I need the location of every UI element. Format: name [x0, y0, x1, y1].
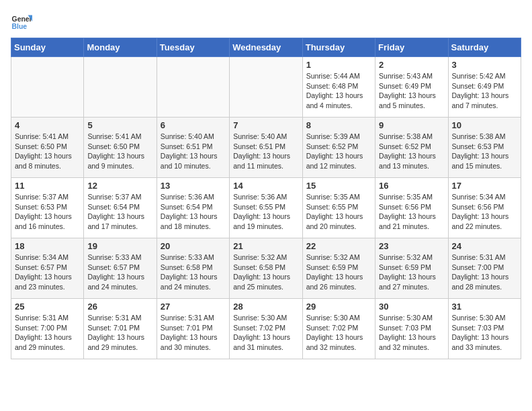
calendar-cell: 4Sunrise: 5:41 AM Sunset: 6:50 PM Daylig… — [11, 118, 84, 178]
day-number: 13 — [161, 181, 226, 191]
day-info: Sunrise: 5:30 AM Sunset: 7:02 PM Dayligh… — [306, 313, 371, 353]
day-number: 19 — [87, 241, 152, 251]
svg-text:Blue: Blue — [12, 23, 28, 30]
day-number: 7 — [233, 120, 298, 130]
calendar-week-row: 25Sunrise: 5:31 AM Sunset: 7:00 PM Dayli… — [11, 299, 521, 359]
calendar-cell: 19Sunrise: 5:33 AM Sunset: 6:57 PM Dayli… — [84, 238, 157, 299]
column-header-monday: Monday — [84, 38, 157, 57]
day-number: 12 — [87, 181, 152, 191]
column-header-saturday: Saturday — [448, 38, 521, 57]
day-info: Sunrise: 5:36 AM Sunset: 6:55 PM Dayligh… — [233, 192, 298, 232]
day-number: 22 — [306, 241, 371, 251]
day-info: Sunrise: 5:34 AM Sunset: 6:57 PM Dayligh… — [15, 253, 80, 292]
day-info: Sunrise: 5:32 AM Sunset: 6:59 PM Dayligh… — [306, 253, 371, 292]
day-number: 17 — [452, 181, 517, 191]
logo: General Blue — [11, 11, 32, 32]
calendar-cell: 9Sunrise: 5:38 AM Sunset: 6:52 PM Daylig… — [375, 118, 448, 178]
calendar-cell — [11, 57, 84, 118]
day-number: 10 — [452, 120, 517, 130]
day-info: Sunrise: 5:40 AM Sunset: 6:51 PM Dayligh… — [161, 132, 226, 171]
day-number: 8 — [306, 120, 371, 130]
day-info: Sunrise: 5:42 AM Sunset: 6:49 PM Dayligh… — [452, 71, 517, 111]
calendar-week-row: 11Sunrise: 5:37 AM Sunset: 6:53 PM Dayli… — [11, 178, 521, 238]
calendar-cell: 31Sunrise: 5:30 AM Sunset: 7:03 PM Dayli… — [448, 299, 521, 359]
day-info: Sunrise: 5:31 AM Sunset: 7:01 PM Dayligh… — [161, 313, 226, 353]
calendar-cell: 27Sunrise: 5:31 AM Sunset: 7:01 PM Dayli… — [157, 299, 229, 359]
day-number: 11 — [15, 181, 80, 191]
calendar-cell: 22Sunrise: 5:32 AM Sunset: 6:59 PM Dayli… — [302, 238, 375, 299]
column-header-thursday: Thursday — [302, 38, 375, 57]
calendar-cell: 23Sunrise: 5:32 AM Sunset: 6:59 PM Dayli… — [375, 238, 448, 299]
calendar-cell: 24Sunrise: 5:31 AM Sunset: 7:00 PM Dayli… — [448, 238, 521, 299]
day-info: Sunrise: 5:35 AM Sunset: 6:55 PM Dayligh… — [306, 192, 371, 232]
calendar-cell: 18Sunrise: 5:34 AM Sunset: 6:57 PM Dayli… — [11, 238, 84, 299]
day-number: 9 — [379, 120, 444, 130]
calendar-week-row: 1Sunrise: 5:44 AM Sunset: 6:48 PM Daylig… — [11, 57, 521, 118]
day-info: Sunrise: 5:43 AM Sunset: 6:49 PM Dayligh… — [379, 71, 444, 111]
day-number: 18 — [15, 241, 80, 251]
day-number: 16 — [379, 181, 444, 191]
day-number: 1 — [306, 60, 371, 70]
calendar-week-row: 18Sunrise: 5:34 AM Sunset: 6:57 PM Dayli… — [11, 238, 521, 299]
day-number: 30 — [379, 302, 444, 312]
day-info: Sunrise: 5:41 AM Sunset: 6:50 PM Dayligh… — [87, 132, 152, 171]
day-info: Sunrise: 5:35 AM Sunset: 6:56 PM Dayligh… — [379, 192, 444, 232]
calendar-cell: 5Sunrise: 5:41 AM Sunset: 6:50 PM Daylig… — [84, 118, 157, 178]
calendar-cell: 25Sunrise: 5:31 AM Sunset: 7:00 PM Dayli… — [11, 299, 84, 359]
day-info: Sunrise: 5:33 AM Sunset: 6:58 PM Dayligh… — [161, 253, 226, 292]
day-number: 6 — [161, 120, 226, 130]
day-info: Sunrise: 5:37 AM Sunset: 6:54 PM Dayligh… — [87, 192, 152, 232]
day-number: 5 — [87, 120, 152, 130]
page-header: General Blue — [11, 11, 521, 32]
day-number: 15 — [306, 181, 371, 191]
day-info: Sunrise: 5:31 AM Sunset: 7:01 PM Dayligh… — [87, 313, 152, 353]
day-info: Sunrise: 5:36 AM Sunset: 6:54 PM Dayligh… — [161, 192, 226, 232]
day-number: 25 — [15, 302, 80, 312]
day-info: Sunrise: 5:32 AM Sunset: 6:59 PM Dayligh… — [379, 253, 444, 292]
day-number: 4 — [15, 120, 80, 130]
day-number: 21 — [233, 241, 298, 251]
calendar-cell: 13Sunrise: 5:36 AM Sunset: 6:54 PM Dayli… — [157, 178, 229, 238]
calendar-cell: 7Sunrise: 5:40 AM Sunset: 6:51 PM Daylig… — [230, 118, 302, 178]
calendar-cell: 30Sunrise: 5:30 AM Sunset: 7:03 PM Dayli… — [375, 299, 448, 359]
calendar-cell: 10Sunrise: 5:38 AM Sunset: 6:53 PM Dayli… — [448, 118, 521, 178]
day-number: 2 — [379, 60, 444, 70]
day-info: Sunrise: 5:38 AM Sunset: 6:52 PM Dayligh… — [379, 132, 444, 171]
calendar-cell: 21Sunrise: 5:32 AM Sunset: 6:58 PM Dayli… — [230, 238, 302, 299]
calendar-cell — [230, 57, 302, 118]
day-info: Sunrise: 5:41 AM Sunset: 6:50 PM Dayligh… — [15, 132, 80, 171]
calendar-table: SundayMondayTuesdayWednesdayThursdayFrid… — [11, 38, 521, 359]
day-info: Sunrise: 5:44 AM Sunset: 6:48 PM Dayligh… — [306, 71, 371, 111]
calendar-cell: 28Sunrise: 5:30 AM Sunset: 7:02 PM Dayli… — [230, 299, 302, 359]
day-number: 27 — [161, 302, 226, 312]
calendar-header-row: SundayMondayTuesdayWednesdayThursdayFrid… — [11, 38, 521, 57]
day-number: 29 — [306, 302, 371, 312]
calendar-cell: 12Sunrise: 5:37 AM Sunset: 6:54 PM Dayli… — [84, 178, 157, 238]
day-number: 24 — [452, 241, 517, 251]
calendar-cell: 29Sunrise: 5:30 AM Sunset: 7:02 PM Dayli… — [302, 299, 375, 359]
day-number: 20 — [161, 241, 226, 251]
day-info: Sunrise: 5:38 AM Sunset: 6:53 PM Dayligh… — [452, 132, 517, 171]
calendar-cell: 20Sunrise: 5:33 AM Sunset: 6:58 PM Dayli… — [157, 238, 229, 299]
day-info: Sunrise: 5:32 AM Sunset: 6:58 PM Dayligh… — [233, 253, 298, 292]
calendar-cell: 16Sunrise: 5:35 AM Sunset: 6:56 PM Dayli… — [375, 178, 448, 238]
calendar-cell: 14Sunrise: 5:36 AM Sunset: 6:55 PM Dayli… — [230, 178, 302, 238]
calendar-cell: 17Sunrise: 5:34 AM Sunset: 6:56 PM Dayli… — [448, 178, 521, 238]
day-info: Sunrise: 5:31 AM Sunset: 7:00 PM Dayligh… — [452, 253, 517, 292]
day-number: 26 — [87, 302, 152, 312]
day-info: Sunrise: 5:30 AM Sunset: 7:03 PM Dayligh… — [452, 313, 517, 353]
calendar-cell: 1Sunrise: 5:44 AM Sunset: 6:48 PM Daylig… — [302, 57, 375, 118]
calendar-cell: 26Sunrise: 5:31 AM Sunset: 7:01 PM Dayli… — [84, 299, 157, 359]
day-info: Sunrise: 5:31 AM Sunset: 7:00 PM Dayligh… — [15, 313, 80, 353]
column-header-sunday: Sunday — [11, 38, 84, 57]
day-number: 14 — [233, 181, 298, 191]
day-number: 31 — [452, 302, 517, 312]
day-info: Sunrise: 5:30 AM Sunset: 7:03 PM Dayligh… — [379, 313, 444, 353]
calendar-cell: 8Sunrise: 5:39 AM Sunset: 6:52 PM Daylig… — [302, 118, 375, 178]
day-info: Sunrise: 5:34 AM Sunset: 6:56 PM Dayligh… — [452, 192, 517, 232]
calendar-cell: 2Sunrise: 5:43 AM Sunset: 6:49 PM Daylig… — [375, 57, 448, 118]
day-info: Sunrise: 5:37 AM Sunset: 6:53 PM Dayligh… — [15, 192, 80, 232]
calendar-cell: 6Sunrise: 5:40 AM Sunset: 6:51 PM Daylig… — [157, 118, 229, 178]
logo-icon: General Blue — [11, 11, 32, 32]
day-info: Sunrise: 5:40 AM Sunset: 6:51 PM Dayligh… — [233, 132, 298, 171]
